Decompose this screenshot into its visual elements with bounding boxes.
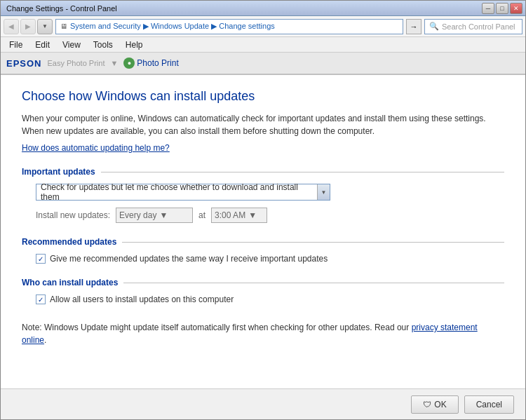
menu-view[interactable]: View bbox=[57, 39, 86, 51]
recommended-checkbox-label: Give me recommended updates the same way… bbox=[50, 254, 328, 264]
note-text: Note: Windows Update might update itself… bbox=[22, 321, 504, 346]
ok-icon: 🛡 bbox=[423, 400, 431, 409]
time-dropdown[interactable]: 3:00 AM ▼ bbox=[211, 208, 267, 223]
important-updates-section: Important updates Check for updates but … bbox=[22, 167, 504, 223]
back-button[interactable]: ◀ bbox=[4, 19, 19, 34]
title-bar-text: Change Settings - Control Panel bbox=[4, 4, 482, 13]
main-window: Change Settings - Control Panel ─ □ ✕ ◀ … bbox=[0, 0, 526, 420]
important-updates-header: Important updates bbox=[22, 167, 504, 177]
address-field[interactable]: 🖥 System and Security ▶ Windows Update ▶… bbox=[55, 19, 403, 34]
install-new-label: Install new updates: bbox=[36, 210, 110, 220]
install-schedule-row: Install new updates: Every day ▼ at 3:00… bbox=[36, 208, 504, 223]
who-can-install-header: Who can install updates bbox=[22, 278, 504, 287]
who-can-install-checkbox[interactable]: ✓ bbox=[36, 294, 46, 304]
nav-buttons: ◀ ▶ ▼ bbox=[4, 19, 53, 34]
menu-bar: File Edit View Tools Help bbox=[1, 37, 525, 53]
time-value: 3:00 AM bbox=[215, 210, 245, 220]
update-type-dropdown[interactable]: Check for updates but let me choose whet… bbox=[36, 184, 330, 201]
update-type-value: Check for updates but let me choose whet… bbox=[41, 182, 317, 202]
recommended-checkbox[interactable]: ✓ bbox=[36, 254, 46, 264]
ok-button[interactable]: 🛡 OK bbox=[411, 395, 458, 414]
time-arrow-icon: ▼ bbox=[248, 210, 257, 220]
who-can-install-section: Who can install updates ✓ Allow all user… bbox=[22, 278, 504, 304]
menu-tools[interactable]: Tools bbox=[88, 39, 119, 51]
update-dropdown-row: Check for updates but let me choose whet… bbox=[36, 184, 504, 201]
menu-edit[interactable]: Edit bbox=[29, 39, 55, 51]
photo-print-icon: ● bbox=[123, 57, 135, 69]
frequency-value: Every day bbox=[119, 210, 156, 220]
menu-help[interactable]: Help bbox=[120, 39, 149, 51]
recommended-updates-section: Recommended updates ✓ Give me recommende… bbox=[22, 237, 504, 264]
toolbar-photo-print-link[interactable]: ● Photo Print bbox=[123, 57, 178, 69]
who-can-install-checkbox-row: ✓ Allow all users to install updates on … bbox=[36, 294, 504, 304]
frequency-dropdown[interactable]: Every day ▼ bbox=[116, 208, 193, 223]
search-box[interactable]: 🔍 Search Control Panel bbox=[424, 19, 522, 34]
note-section: Note: Windows Update might update itself… bbox=[22, 321, 504, 346]
who-can-install-line bbox=[123, 283, 504, 283]
help-link[interactable]: How does automatic updating help me? bbox=[22, 143, 170, 153]
frequency-arrow-icon: ▼ bbox=[159, 210, 168, 220]
address-bar: ◀ ▶ ▼ 🖥 System and Security ▶ Windows Up… bbox=[1, 16, 525, 37]
cancel-label: Cancel bbox=[476, 400, 502, 409]
forward-button[interactable]: ▶ bbox=[20, 19, 36, 34]
who-can-install-checkbox-label: Allow all users to install updates on th… bbox=[50, 294, 234, 304]
go-button[interactable]: → bbox=[406, 19, 422, 34]
important-updates-line bbox=[101, 172, 504, 172]
breadcrumb-text: System and Security ▶ Windows Update ▶ C… bbox=[70, 22, 275, 31]
recommended-check-mark: ✓ bbox=[38, 255, 43, 263]
close-button[interactable]: ✕ bbox=[510, 3, 522, 14]
toolbar-photo-print-label: Photo Print bbox=[137, 58, 178, 68]
main-content: Choose how Windows can install updates W… bbox=[1, 75, 525, 388]
who-can-install-check-mark: ✓ bbox=[38, 296, 43, 304]
bottom-bar: 🛡 OK Cancel bbox=[1, 388, 525, 419]
dropdown-arrow-button[interactable]: ▼ bbox=[37, 19, 53, 34]
toolbar: EPSON Easy Photo Print ▼ ● Photo Print bbox=[1, 53, 525, 75]
title-bar: Change Settings - Control Panel ─ □ ✕ bbox=[1, 1, 525, 16]
at-label: at bbox=[198, 210, 205, 220]
toolbar-separator-text: Easy Photo Print bbox=[48, 59, 105, 67]
page-description: When your computer is online, Windows ca… bbox=[22, 112, 504, 137]
recommended-checkbox-row: ✓ Give me recommended updates the same w… bbox=[36, 254, 504, 264]
ok-label: OK bbox=[434, 400, 446, 409]
note-main-text: Note: Windows Update might update itself… bbox=[22, 323, 409, 332]
cancel-button[interactable]: Cancel bbox=[464, 395, 514, 414]
minimize-button[interactable]: ─ bbox=[482, 3, 494, 14]
who-can-install-label: Who can install updates bbox=[22, 278, 118, 287]
search-placeholder: Search Control Panel bbox=[442, 22, 515, 31]
important-updates-label: Important updates bbox=[22, 167, 95, 177]
recommended-updates-line bbox=[122, 242, 504, 243]
dropdown-arrow-icon: ▼ bbox=[317, 184, 330, 200]
maximize-button[interactable]: □ bbox=[496, 3, 508, 14]
breadcrumb-icon: 🖥 bbox=[60, 22, 67, 30]
recommended-updates-header: Recommended updates bbox=[22, 237, 504, 247]
title-bar-buttons: ─ □ ✕ bbox=[482, 3, 522, 14]
note-trailing: . bbox=[44, 335, 46, 345]
page-title: Choose how Windows can install updates bbox=[22, 89, 504, 104]
search-icon: 🔍 bbox=[429, 22, 439, 31]
menu-file[interactable]: File bbox=[4, 39, 28, 51]
epson-brand: EPSON bbox=[6, 58, 42, 69]
recommended-updates-label: Recommended updates bbox=[22, 237, 116, 247]
toolbar-chevron-icon: ▼ bbox=[110, 59, 118, 67]
